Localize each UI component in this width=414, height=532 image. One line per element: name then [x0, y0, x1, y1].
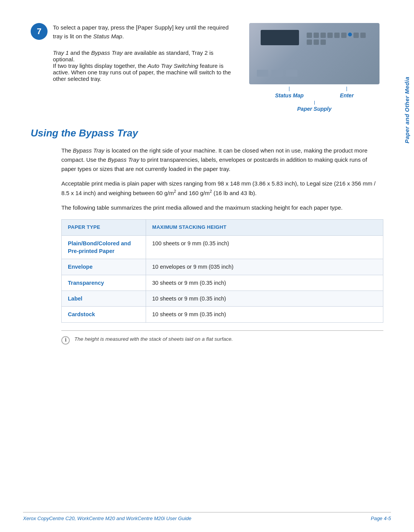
machine-bottom-row: [257, 70, 297, 77]
stacking-height-cell: 100 sheets or 9 mm (0.35 inch): [146, 235, 383, 259]
sidebar-label: Paper and Other Media: [404, 77, 410, 143]
step7-instruction-text: To select a paper tray, press the [Paper…: [53, 23, 234, 41]
table-row: Cardstock10 sheets or 9 mm (0.35 inch): [62, 307, 383, 322]
step7-header: 7 To select a paper tray, press the [Pap…: [31, 23, 234, 45]
machine-bottom-btn: [271, 70, 283, 77]
table-header-row: PAPER TYPE MAXIMUM STACKING HEIGHT: [62, 220, 383, 236]
stacking-height-cell: 10 envelopes or 9 mm (035 inch): [146, 259, 383, 275]
stacking-height-cell: 10 sheets or 9 mm (0.35 inch): [146, 307, 383, 322]
paper-type-cell: Transparency: [62, 275, 146, 291]
paper-type-cell: Cardstock: [62, 307, 146, 322]
step7-instruction: To select a paper tray, press the [Paper…: [53, 23, 234, 45]
col2-header: MAXIMUM STACKING HEIGHT: [146, 220, 383, 236]
machine-bottom-btn: [286, 70, 297, 77]
machine-btn: [307, 33, 312, 38]
machine-btn: [334, 33, 340, 38]
machine-screen: [261, 30, 299, 45]
info-icon: ℹ: [61, 336, 70, 345]
table-row: Plain/Bond/Colored and Pre-printed Paper…: [62, 235, 383, 259]
callout-area: Status Map Enter: [249, 87, 380, 99]
step7-note2: If two tray lights display together, the…: [53, 62, 234, 82]
machine-btn: [341, 33, 347, 38]
step7-section: 7 To select a paper tray, press the [Pap…: [31, 23, 383, 112]
machine-btn: [307, 39, 312, 45]
machine-btn: [353, 33, 359, 38]
page-footer: Xerox CopyCentre C20, WorkCentre M20 and…: [23, 512, 391, 521]
bypass-content: The Bypass Tray is located on the right …: [61, 146, 383, 345]
paper-type-cell: Envelope: [62, 259, 146, 275]
footer-left: Xerox CopyCentre C20, WorkCentre M20 and…: [23, 516, 191, 521]
step7-left: 7 To select a paper tray, press the [Pap…: [31, 23, 234, 112]
step7-badge: 7: [31, 23, 48, 40]
footer-right: Page 4-5: [371, 516, 391, 521]
table-row: Transparency30 sheets or 9 mm (0.35 inch…: [62, 275, 383, 291]
bypass-para3: The following table summarizes the print…: [61, 203, 383, 212]
machine-btn: [327, 33, 333, 38]
step7-right: Status Map Enter Paper Supply: [245, 23, 383, 112]
callout-enter: Enter: [340, 87, 354, 99]
table-row: Envelope10 envelopes or 9 mm (035 inch): [62, 259, 383, 275]
callout-status-map: Status Map: [275, 87, 304, 99]
table-row: Label10 sheets or 9 mm (0.35 inch): [62, 291, 383, 306]
paper-type-cell: Plain/Bond/Colored and Pre-printed Paper: [62, 235, 146, 259]
machine-btn: [314, 39, 319, 45]
note-section: ℹ The height is measured with the stack …: [61, 330, 383, 345]
machine-btn: [360, 33, 366, 38]
machine-btn-blue: [348, 33, 352, 36]
page-container: Paper and Other Media 7 To select a pape…: [0, 0, 414, 532]
bypass-heading: Using the Bypass Tray: [31, 127, 383, 139]
machine-btn: [320, 39, 326, 45]
machine-panel: [249, 23, 380, 84]
callout-paper-supply: Paper Supply: [297, 101, 331, 112]
bypass-para1: The Bypass Tray is located on the right …: [61, 146, 383, 174]
machine-btn: [320, 33, 326, 38]
machine-image: [249, 23, 380, 84]
media-table: PAPER TYPE MAXIMUM STACKING HEIGHT Plain…: [61, 219, 383, 323]
note-text: The height is measured with the stack of…: [74, 335, 233, 343]
bypass-para2: Acceptable print media is plain paper wi…: [61, 179, 383, 198]
stacking-height-cell: 10 sheets or 9 mm (0.35 inch): [146, 291, 383, 306]
stacking-height-cell: 30 sheets or 9 mm (0.35 inch): [146, 275, 383, 291]
machine-btn: [314, 33, 319, 38]
paper-type-cell: Label: [62, 291, 146, 306]
machine-bottom-btn: [257, 70, 268, 77]
col1-header: PAPER TYPE: [62, 220, 146, 236]
step7-note1: Tray 1 and the Bypass Tray are available…: [53, 49, 234, 62]
machine-buttons: [307, 33, 372, 45]
